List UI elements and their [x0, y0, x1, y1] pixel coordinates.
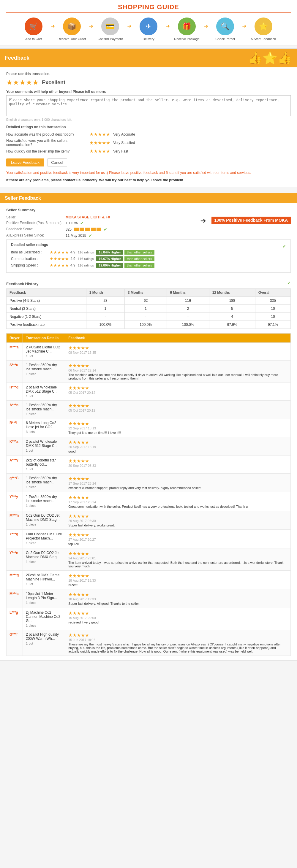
feedback-score-label: Feedback Score: [6, 227, 66, 232]
buyer-stars-5: ★★★★★ [68, 439, 288, 445]
seller-rating-label-1: Communication : [11, 257, 50, 261]
buyer-row-11: Y***n Co2 Gun DJ CO2 Jet Machine DMX Sta… [6, 549, 291, 571]
history-cell-m6-3: 100.0% [167, 321, 209, 329]
buyer-product-14: Dj Machine Co2 Cannon Machine Co2 G... [26, 611, 62, 623]
seller-rating-label-0: Item as Described : [11, 250, 50, 254]
seller-rating-score-1: 4.9 [70, 257, 76, 261]
history-title-row: Feedback History ✔ [6, 277, 291, 288]
guide-step-5-star-feedback: ⭐ 5 Start Feedback [247, 18, 280, 41]
history-cell-m1-2: - [86, 313, 124, 321]
buyer-text-8: Great communication with the seller. Pro… [68, 505, 288, 508]
guide-step-receive-package: 🎁 Receive Package [171, 18, 203, 41]
detailed-rating-stars-1[interactable]: ★★★★★ [89, 140, 110, 146]
arrow-6: ➜ [242, 23, 246, 29]
seller-name-row: Seller: MOKA STAGE LIGHT & FX [6, 215, 194, 219]
detailed-rating-row-1: How satisfied were you with the sellers … [6, 138, 291, 147]
buyer-qty-0: 1 Lot [26, 354, 62, 358]
aliexpress-since-date: 11 May 2015 [66, 234, 86, 238]
buyer-name-2: H***g [9, 385, 20, 389]
feedback-history-table: Feedback 1 Month 3 Months 6 Months 12 Mo… [6, 288, 291, 329]
guide-steps-container: 🛒 Add to Cart ➜ 📦 Receive Your Order ➜ 💳… [6, 18, 291, 41]
buyer-cell-transaction-9: Co2 Gun DJ CO2 Jet Machine DMX Stag... 1… [23, 511, 65, 530]
history-row-3: Positive feedback rate 100.0% 100.0% 100… [6, 321, 291, 329]
rating-label: Excellent [42, 80, 65, 86]
buyer-cell-transaction-0: 2 PCS/lot Digital CO2 Jet Machine C... 1… [23, 343, 65, 361]
score-bar-3 [85, 227, 90, 231]
buyer-col-feedback: Feedback [65, 334, 291, 343]
seller-rating-badge-1: 16.67% Higher than other sellers [96, 256, 154, 261]
rating-stars[interactable]: ★★★★★ [6, 79, 39, 87]
score-bar-1 [74, 227, 79, 231]
buyer-feedback-table: Buyer Transaction Details Feedback M***a… [6, 333, 291, 656]
buyer-name-4: R***i [9, 421, 20, 425]
buyer-stars-0: ★★★★★ [68, 345, 288, 351]
arrow-5: ➜ [204, 23, 208, 29]
buyer-stars-11: ★★★★★ [68, 551, 288, 556]
buyer-cell-name-10: Y***g [6, 530, 23, 549]
history-col-3months: 3 Months [125, 289, 167, 297]
history-cell-m3-0: 62 [125, 297, 167, 305]
seller-rating-badge-0: 15.84% Higher than other sellers [96, 250, 154, 255]
buyer-qty-15: 1 Lot [26, 642, 62, 645]
history-cell-overall-2: 10 [255, 313, 291, 321]
cart-icon: 🛒 [25, 18, 42, 35]
buyer-name-6: A***y [9, 458, 20, 462]
detailed-rating-stars-2[interactable]: ★★★★★ [89, 148, 110, 154]
seller-rating-count-1: 116 ratings [78, 257, 94, 260]
buyer-cell-transaction-12: 2Pcs/Lot DMX Flame Machine Firewor... 1 … [23, 571, 65, 589]
detailed-rating-stars-0[interactable]: ★★★★★ [89, 131, 110, 137]
buyer-row-8: Y***y 1 Pcs/lot 3500w dry ice smoke mach… [6, 492, 291, 511]
buyer-qty-14: 1 piece [26, 624, 62, 627]
star-rating-row[interactable]: ★★★★★ Excellent [6, 79, 291, 87]
comments-textarea[interactable] [6, 95, 291, 116]
buyer-stars-3: ★★★★★ [68, 403, 288, 409]
aliexpress-since-label: AliExpress Seller Since: [6, 233, 66, 238]
comments-label: Your comments will help other buyers! Pl… [6, 90, 291, 94]
buyer-cell-name-0: M***a [6, 343, 23, 361]
buyer-cell-feedback-9: ★★★★★ 29 Aug 2017 06:30 Super fast deliv… [65, 511, 291, 530]
history-cell-overall-0: 335 [255, 297, 291, 305]
buyer-text-7: excellent customer support, prompt reply… [68, 486, 288, 490]
guide-step-receive-order: 📦 Receive Your Order [56, 18, 88, 41]
detailed-rating-label-1: How satisfied were you with the sellers … [6, 138, 89, 147]
step-label-add-to-cart: Add to Cart [25, 37, 42, 41]
history-cell-m12-0: 188 [209, 297, 255, 305]
aliexpress-since-value: 11 May 2015 ✔ [66, 233, 92, 238]
step-label-5-star-feedback: 5 Start Feedback [251, 37, 276, 41]
history-cell-m3-1: 1 [125, 305, 167, 313]
feedback-note-2: If there are any problems, please contac… [6, 178, 291, 182]
buyer-cell-transaction-11: Co2 Gun DJ CO2 Jet Machine DMX Stag... 1… [23, 549, 65, 571]
history-col-12months: 12 Months [209, 289, 255, 297]
check-icon-score: ✔ [103, 227, 107, 232]
buyer-row-7: g***G 1 Pcs/lot 3500w dry ice smoke mach… [6, 474, 291, 492]
history-cell-m12-3: 97.9% [209, 321, 255, 329]
buyer-row-9: M***n Co2 Gun DJ CO2 Jet Machine DMX Sta… [6, 511, 291, 530]
history-cell-m12-1: 5 [209, 305, 255, 313]
badge-higher-0: 15.84% Higher [96, 250, 123, 255]
buyer-date-5: 20 Sep 2017 18:19 [68, 445, 288, 449]
buyer-product-0: 2 PCS/lot Digital CO2 Jet Machine C... [26, 345, 62, 353]
score-bar-2 [80, 227, 84, 231]
seller-rating-count-2: 116 ratings [78, 264, 94, 267]
feedback-buttons: Leave Feedback Cancel [6, 158, 291, 166]
seller-feedback-section: Seller Feedback Seller Summary Seller: M… [0, 193, 297, 660]
feedback-note-1: Your satisfaction and positive feedback … [6, 170, 291, 176]
seller-rating-stars-2: ★★★★★ [50, 263, 69, 268]
buyer-name-13: M***a [9, 592, 20, 596]
arrow-1: ➜ [51, 23, 55, 29]
buyer-product-12: 2Pcs/Lot DMX Flame Machine Firewor... [26, 573, 62, 581]
feedback-header: Feedback 👍⭐👍 [0, 49, 297, 67]
buyer-cell-transaction-10: Four Conner DMX Fire Projector Mach... 1… [23, 530, 65, 549]
feedback-score-row: Feedback Score: 325 ✔ [6, 227, 194, 232]
arrow-icon: ➜ [200, 217, 206, 225]
leave-feedback-button[interactable]: Leave Feedback [6, 158, 44, 166]
buyer-name-11: Y***n [9, 551, 20, 555]
step-label-receive-package: Receive Package [174, 37, 200, 41]
badge-higher-1: 16.67% Higher [96, 256, 123, 261]
check-parcel-icon: 🔍 [216, 18, 234, 35]
seller-rating-score-2: 4.9 [70, 263, 76, 267]
buyer-cell-name-14: L***g [6, 608, 23, 630]
cancel-button[interactable]: Cancel [47, 158, 67, 166]
buyer-stars-9: ★★★★★ [68, 514, 288, 519]
buyer-cell-name-4: R***i [6, 418, 23, 437]
